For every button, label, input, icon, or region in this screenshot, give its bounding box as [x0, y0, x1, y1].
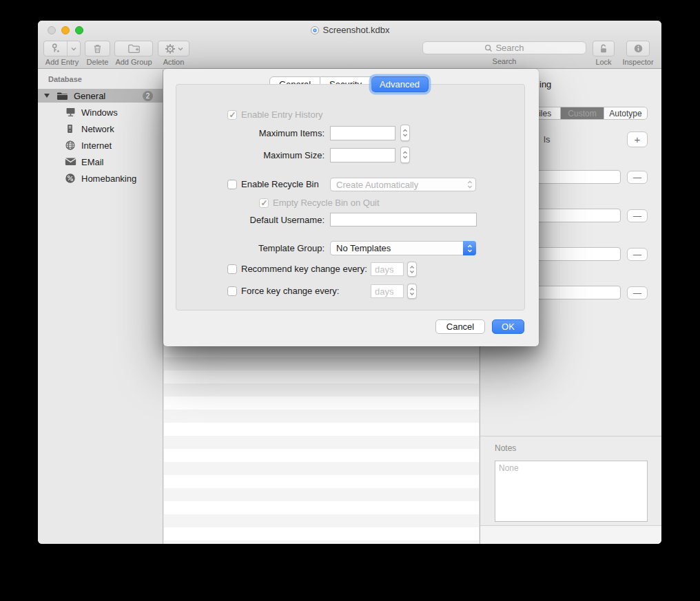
- delete-toolbar-item: Delete: [85, 41, 110, 56]
- sidebar-item-internet[interactable]: Internet: [38, 137, 163, 154]
- traffic-lights: [48, 26, 83, 34]
- window-title-text: Screenshot.kdbx: [323, 25, 390, 35]
- key-plus-icon: [44, 43, 67, 54]
- enable-recycle-bin-label: Enable Recycle Bin: [241, 179, 319, 189]
- disclosure-triangle-icon[interactable]: [44, 94, 50, 98]
- sidebar-item-network[interactable]: Network: [38, 120, 163, 137]
- notes-box: [495, 461, 648, 522]
- group-count-badge: 2: [143, 91, 153, 101]
- search-placeholder: Search: [495, 43, 524, 53]
- sidebar-item-email[interactable]: EMail: [38, 154, 163, 170]
- force-key-change-checkbox[interactable]: [227, 286, 237, 296]
- add-custom-field-button[interactable]: +: [627, 131, 648, 147]
- force-key-change-row: Force key change every:: [227, 286, 339, 296]
- tab-autotype[interactable]: Autotype: [604, 107, 647, 119]
- popup-chevrons-icon: [467, 180, 473, 189]
- popup-blue-chevrons-icon: [463, 241, 476, 255]
- chevron-down-icon: [178, 47, 183, 51]
- search-icon: [484, 44, 493, 52]
- sidebar-item-label: Homebanking: [81, 173, 136, 184]
- tab-advanced[interactable]: Advanced: [371, 76, 429, 92]
- enable-recycle-bin-checkbox[interactable]: [227, 180, 237, 189]
- force-days-input[interactable]: [371, 284, 404, 298]
- folder-icon: [56, 91, 68, 101]
- recommend-days-input[interactable]: [371, 262, 404, 276]
- maximum-items-stepper[interactable]: [400, 125, 410, 141]
- empty-recycle-bin-label: Empty Recycle Bin on Quit: [273, 198, 380, 208]
- add-group-toolbar-item: Add Group: [114, 41, 153, 56]
- maximum-size-input[interactable]: [330, 148, 395, 162]
- sidebar-item-label: Internet: [81, 140, 112, 151]
- add-entry-label: Add Entry: [45, 58, 79, 66]
- notes-label: Notes: [495, 443, 516, 453]
- sidebar-item-label: Network: [81, 124, 114, 134]
- recommend-key-change-row: Recommend key change every:: [227, 264, 367, 274]
- action-label: Action: [163, 58, 185, 66]
- remove-custom-field-button[interactable]: —: [627, 209, 648, 222]
- minimize-button[interactable]: [61, 26, 70, 34]
- force-key-change-label: Force key change every:: [241, 286, 339, 296]
- recommend-key-change-checkbox[interactable]: [227, 264, 237, 274]
- default-username-label: Default Username:: [176, 215, 325, 225]
- titlebar[interactable]: Screenshot.kdbx: [38, 21, 661, 39]
- ok-button[interactable]: OK: [492, 319, 524, 334]
- enable-recycle-bin-row: Enable Recycle Bin: [227, 179, 319, 189]
- sidebar-header: Database: [48, 75, 82, 83]
- recommend-key-change-label: Recommend key change every:: [241, 264, 367, 274]
- delete-button[interactable]: [85, 41, 110, 56]
- recycle-bin-popup[interactable]: Create Automatically: [330, 178, 476, 191]
- window-chrome: Screenshot.kdbx Add Entry: [38, 21, 661, 69]
- action-button[interactable]: [158, 41, 189, 56]
- windows-icon: [65, 107, 76, 118]
- empty-recycle-bin-checkbox[interactable]: [259, 198, 269, 208]
- enable-entry-history-checkbox[interactable]: [227, 110, 237, 120]
- lock-label: Lock: [595, 58, 611, 66]
- app-window: Screenshot.kdbx Add Entry: [38, 21, 661, 544]
- remove-custom-field-button[interactable]: —: [627, 248, 648, 261]
- remove-custom-field-button[interactable]: —: [627, 286, 648, 299]
- empty-recycle-bin-row: Empty Recycle Bin on Quit: [259, 198, 380, 208]
- lock-open-icon: [598, 43, 609, 54]
- inspector-title-fragment: ing: [539, 79, 551, 89]
- sidebar: Database General 2 Windows Network: [38, 70, 163, 544]
- sidebar-group-label: General: [74, 91, 105, 101]
- search-toolbar-label: Search: [422, 57, 586, 65]
- sidebar-item-windows[interactable]: Windows: [38, 104, 163, 120]
- internet-icon: [65, 140, 76, 151]
- add-entry-button[interactable]: [43, 41, 81, 56]
- remove-custom-field-button[interactable]: —: [627, 171, 648, 184]
- inspector-toolbar-item: Inspector: [626, 41, 650, 56]
- database-settings-dialog: General Security Advanced Enable Entry H…: [163, 69, 539, 346]
- enable-entry-history-label: Enable Entry History: [241, 109, 323, 120]
- delete-label: Delete: [87, 58, 109, 66]
- recycle-bin-popup-value: Create Automatically: [331, 180, 418, 190]
- close-button[interactable]: [48, 26, 56, 34]
- force-days-stepper[interactable]: [407, 284, 417, 299]
- template-group-popup[interactable]: No Templates: [330, 241, 476, 255]
- template-group-popup-value: No Templates: [331, 243, 391, 253]
- sidebar-item-label: EMail: [81, 157, 104, 167]
- sidebar-group-general[interactable]: General 2: [38, 89, 163, 103]
- add-group-button[interactable]: [114, 41, 153, 56]
- lock-button[interactable]: [593, 41, 615, 56]
- lock-toolbar-item: Lock: [593, 41, 615, 56]
- cancel-button[interactable]: Cancel: [435, 319, 485, 334]
- search-input[interactable]: Search: [422, 41, 586, 54]
- document-icon: [310, 25, 320, 35]
- notes-input[interactable]: [495, 461, 647, 521]
- zoom-button[interactable]: [75, 26, 83, 34]
- trash-icon: [92, 43, 103, 54]
- enable-entry-history-row: Enable Entry History: [227, 109, 323, 120]
- info-icon: [633, 43, 644, 54]
- tab-custom[interactable]: Custom: [561, 107, 604, 119]
- window-title: Screenshot.kdbx: [310, 25, 390, 35]
- chevron-down-icon[interactable]: [68, 47, 80, 51]
- template-group-label: Template Group:: [176, 243, 325, 253]
- maximum-items-input[interactable]: [330, 126, 395, 140]
- recommend-days-stepper[interactable]: [407, 262, 417, 277]
- custom-fields-label-fragment: ls: [544, 134, 550, 145]
- inspector-button[interactable]: [626, 41, 650, 56]
- maximum-size-stepper[interactable]: [400, 147, 410, 163]
- sidebar-item-homebanking[interactable]: Homebanking: [38, 170, 163, 187]
- default-username-input[interactable]: [330, 213, 477, 226]
